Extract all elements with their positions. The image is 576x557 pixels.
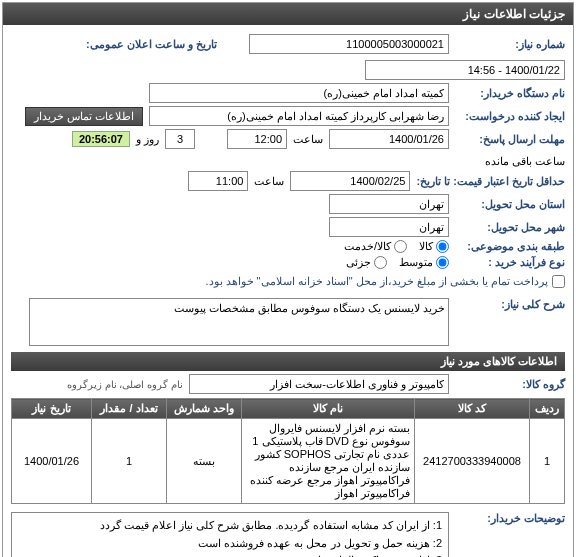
table-row[interactable]: 1 2412700333940008 بسته نرم افزار لایسنس…	[12, 419, 565, 504]
panel-title: جزئیات اطلاعات نیاز	[3, 3, 573, 25]
col-name: نام کالا	[242, 399, 415, 419]
days-and-label: روز و	[136, 133, 159, 146]
cell-unit: بسته	[167, 419, 242, 504]
valid-time-input[interactable]	[188, 171, 248, 191]
need-no-input[interactable]	[249, 34, 449, 54]
buyer-note-2: 2: هزینه حمل و تحویل در محل به عهده فروش…	[18, 535, 442, 553]
grouping-radios: کالا کالا/خدمت	[344, 240, 449, 253]
buyer-org-label: نام دستگاه خریدار:	[455, 87, 565, 100]
buyer-org-input[interactable]	[149, 83, 449, 103]
summary-textarea[interactable]: خرید لایسنس یک دستگاه سوفوس مطابق مشخصات…	[29, 298, 449, 346]
medium-radio[interactable]	[436, 256, 449, 269]
buyer-note-1: 1: از ایران کد مشابه استفاده گردیده. مطا…	[18, 517, 442, 535]
buyer-note-3: 3: ارائه پیش فاکتور الزامی است	[18, 552, 442, 557]
col-row: ردیف	[530, 399, 565, 419]
buyer-notes-box: 1: از ایران کد مشابه استفاده گردیده. مطا…	[11, 512, 449, 557]
cell-name: بسته نرم افزار لایسنس فایروال سوفوس نوع …	[242, 419, 415, 504]
panel-body: شماره نیاز: تاریخ و ساعت اعلان عمومی: نا…	[3, 25, 573, 557]
send-date-input[interactable]	[329, 129, 449, 149]
need-no-label: شماره نیاز:	[455, 38, 565, 51]
valid-label: حداقل تاریخ اعتبار قیمت: تا تاریخ:	[416, 175, 565, 188]
time-label-1: ساعت	[293, 133, 323, 146]
summary-label: شرح کلی نیاز:	[455, 298, 565, 311]
items-section-title: اطلاعات کالاهای مورد نیاز	[11, 352, 565, 371]
buyer-contact-button[interactable]: اطلاعات تماس خریدار	[25, 107, 143, 126]
countdown-timer: 20:56:07	[72, 131, 130, 147]
city-input[interactable]	[329, 217, 449, 237]
buyer-notes-label: توضیحات خریدار:	[455, 512, 565, 525]
table-header-row: ردیف کد کالا نام کالا واحد شمارش تعداد /…	[12, 399, 565, 419]
announce-label: تاریخ و ساعت اعلان عمومی:	[86, 38, 217, 51]
province-label: استان محل تحویل:	[455, 198, 565, 211]
buy-type-radios: متوسط جزئی	[346, 256, 449, 269]
city-label: شهر محل تحویل:	[455, 221, 565, 234]
items-table: ردیف کد کالا نام کالا واحد شمارش تعداد /…	[11, 398, 565, 504]
time-label-2: ساعت	[254, 175, 284, 188]
main-group-sub: نام گروه اصلی، نام زیرگروه	[67, 379, 183, 390]
small-radio-label[interactable]: جزئی	[346, 256, 387, 269]
province-input[interactable]	[329, 194, 449, 214]
partial-pay-label[interactable]: پرداخت تمام یا بخشی از مبلغ خرید،از محل …	[205, 275, 565, 288]
valid-date-input[interactable]	[290, 171, 410, 191]
cell-row: 1	[530, 419, 565, 504]
buy-type-label: نوع فرآیند خرید :	[455, 256, 565, 269]
cell-date: 1400/01/26	[12, 419, 92, 504]
send-deadline-label: مهلت ارسال پاسخ:	[455, 133, 565, 146]
partial-pay-checkbox[interactable]	[552, 275, 565, 288]
cell-code: 2412700333940008	[415, 419, 530, 504]
send-time-input[interactable]	[227, 129, 287, 149]
kala-group-input[interactable]	[189, 374, 449, 394]
medium-radio-label[interactable]: متوسط	[399, 256, 449, 269]
col-unit: واحد شمارش	[167, 399, 242, 419]
service-radio-label[interactable]: کالا/خدمت	[344, 240, 407, 253]
need-details-panel: جزئیات اطلاعات نیاز شماره نیاز: تاریخ و …	[2, 2, 574, 557]
announce-input[interactable]	[365, 60, 565, 80]
kala-group-label: گروه کالا:	[455, 378, 565, 391]
col-code: کد کالا	[415, 399, 530, 419]
creator-input[interactable]	[149, 106, 449, 126]
col-date: تاریخ نیاز	[12, 399, 92, 419]
cell-qty: 1	[92, 419, 167, 504]
days-left-input	[165, 129, 195, 149]
grouping-label: طبقه بندی موضوعی:	[455, 240, 565, 253]
goods-radio[interactable]	[436, 240, 449, 253]
col-qty: تعداد / مقدار	[92, 399, 167, 419]
creator-label: ایجاد کننده درخواست:	[455, 110, 565, 123]
goods-radio-label[interactable]: کالا	[419, 240, 449, 253]
small-radio[interactable]	[374, 256, 387, 269]
remain-label: ساعت باقی مانده	[485, 155, 565, 168]
service-radio[interactable]	[394, 240, 407, 253]
